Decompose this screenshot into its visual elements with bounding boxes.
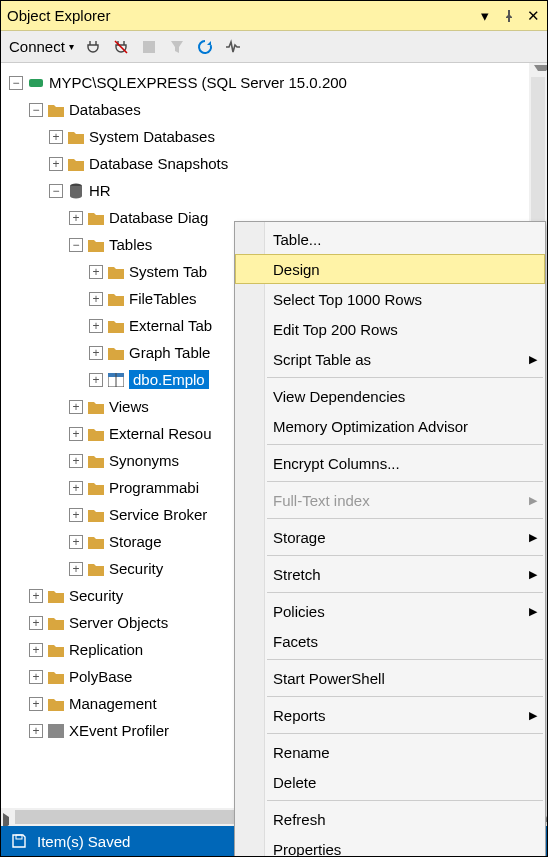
node-label: Server Objects xyxy=(69,614,168,631)
node-label: Replication xyxy=(69,641,143,658)
tree-node-system-databases[interactable]: + System Databases xyxy=(7,123,545,150)
expand-icon[interactable]: + xyxy=(69,562,83,576)
expand-icon[interactable]: + xyxy=(29,670,43,684)
ctx-label: Storage xyxy=(273,529,326,546)
expand-icon[interactable]: + xyxy=(29,643,43,657)
node-label: Security xyxy=(109,560,163,577)
ctx-view-dependencies[interactable]: View Dependencies xyxy=(235,381,545,411)
dropdown-icon[interactable]: ▾ xyxy=(477,8,493,24)
ctx-refresh[interactable]: Refresh xyxy=(235,804,545,834)
ctx-stretch[interactable]: Stretch▶ xyxy=(235,559,545,589)
folder-icon xyxy=(87,238,105,252)
node-label: Service Broker xyxy=(109,506,207,523)
folder-icon xyxy=(107,265,125,279)
collapse-icon[interactable]: − xyxy=(9,76,23,90)
ctx-storage[interactable]: Storage▶ xyxy=(235,522,545,552)
ctx-select-top-1000[interactable]: Select Top 1000 Rows xyxy=(235,284,545,314)
ctx-rename[interactable]: Rename xyxy=(235,737,545,767)
node-label: Databases xyxy=(69,101,141,118)
ctx-label: Stretch xyxy=(273,566,321,583)
tree-node-db-snapshots[interactable]: + Database Snapshots xyxy=(7,150,545,177)
stop-icon xyxy=(140,38,158,56)
collapse-icon[interactable]: − xyxy=(29,103,43,117)
submenu-arrow-icon: ▶ xyxy=(529,494,537,507)
pin-icon[interactable] xyxy=(501,8,517,24)
folder-icon xyxy=(47,616,65,630)
menu-separator xyxy=(267,800,543,801)
tree-node-server[interactable]: − MYPC\SQLEXPRESS (SQL Server 15.0.200 xyxy=(7,69,545,96)
ctx-label: Policies xyxy=(273,603,325,620)
expand-icon[interactable]: + xyxy=(49,130,63,144)
ctx-edit-top-200[interactable]: Edit Top 200 Rows xyxy=(235,314,545,344)
ctx-table[interactable]: Table... xyxy=(235,224,545,254)
database-icon xyxy=(67,183,85,199)
expand-icon[interactable]: + xyxy=(89,292,103,306)
ctx-encrypt-columns[interactable]: Encrypt Columns... xyxy=(235,448,545,478)
node-label: HR xyxy=(89,182,111,199)
expand-icon[interactable]: + xyxy=(89,346,103,360)
node-label: System Tab xyxy=(129,263,207,280)
folder-icon xyxy=(87,400,105,414)
expand-icon[interactable]: + xyxy=(89,319,103,333)
menu-separator xyxy=(267,696,543,697)
xevent-icon xyxy=(47,724,65,738)
node-label: Storage xyxy=(109,533,162,550)
ctx-design[interactable]: Design xyxy=(235,254,545,284)
menu-separator xyxy=(267,444,543,445)
ctx-label: Properties xyxy=(273,841,341,858)
submenu-arrow-icon: ▶ xyxy=(529,353,537,366)
svg-rect-6 xyxy=(48,724,64,738)
node-label: XEvent Profiler xyxy=(69,722,169,739)
refresh-icon[interactable] xyxy=(196,38,214,56)
ctx-policies[interactable]: Policies▶ xyxy=(235,596,545,626)
expand-icon[interactable]: + xyxy=(69,211,83,225)
expand-icon[interactable]: + xyxy=(49,157,63,171)
activity-icon[interactable] xyxy=(224,38,242,56)
folder-icon xyxy=(67,157,85,171)
svg-rect-1 xyxy=(29,79,43,87)
svg-rect-0 xyxy=(143,41,155,53)
disconnect-plug-icon[interactable] xyxy=(112,38,130,56)
tree-node-databases[interactable]: − Databases xyxy=(7,96,545,123)
folder-icon xyxy=(87,535,105,549)
expand-icon[interactable]: + xyxy=(69,400,83,414)
ctx-label: Rename xyxy=(273,744,330,761)
chevron-down-icon: ▾ xyxy=(69,41,74,52)
connect-plug-icon[interactable] xyxy=(84,38,102,56)
ctx-script-table-as[interactable]: Script Table as▶ xyxy=(235,344,545,374)
expand-icon[interactable]: + xyxy=(69,454,83,468)
collapse-icon[interactable]: − xyxy=(69,238,83,252)
expand-icon[interactable]: + xyxy=(89,373,103,387)
ctx-memory-optimization[interactable]: Memory Optimization Advisor xyxy=(235,411,545,441)
folder-icon xyxy=(87,427,105,441)
expand-icon[interactable]: + xyxy=(69,535,83,549)
node-label: External Tab xyxy=(129,317,212,334)
expand-icon[interactable]: + xyxy=(69,427,83,441)
expand-icon[interactable]: + xyxy=(69,508,83,522)
expand-icon[interactable]: + xyxy=(69,481,83,495)
submenu-arrow-icon: ▶ xyxy=(529,709,537,722)
ctx-label: Full-Text index xyxy=(273,492,370,509)
ctx-facets[interactable]: Facets xyxy=(235,626,545,656)
expand-icon[interactable]: + xyxy=(89,265,103,279)
ctx-label: Start PowerShell xyxy=(273,670,385,687)
ctx-delete[interactable]: Delete xyxy=(235,767,545,797)
ctx-label: Edit Top 200 Rows xyxy=(273,321,398,338)
node-label: Programmabi xyxy=(109,479,199,496)
ctx-start-powershell[interactable]: Start PowerShell xyxy=(235,663,545,693)
menu-separator xyxy=(267,518,543,519)
folder-icon xyxy=(87,508,105,522)
submenu-arrow-icon: ▶ xyxy=(529,531,537,544)
ctx-reports[interactable]: Reports▶ xyxy=(235,700,545,730)
connect-button[interactable]: Connect ▾ xyxy=(9,38,74,55)
close-icon[interactable]: ✕ xyxy=(525,8,541,24)
tree-node-hr[interactable]: − HR xyxy=(7,177,545,204)
collapse-icon[interactable]: − xyxy=(49,184,63,198)
ctx-properties[interactable]: Properties xyxy=(235,834,545,857)
node-label: Database Snapshots xyxy=(89,155,228,172)
expand-icon[interactable]: + xyxy=(29,724,43,738)
expand-icon[interactable]: + xyxy=(29,697,43,711)
expand-icon[interactable]: + xyxy=(29,589,43,603)
ctx-label: Memory Optimization Advisor xyxy=(273,418,468,435)
expand-icon[interactable]: + xyxy=(29,616,43,630)
